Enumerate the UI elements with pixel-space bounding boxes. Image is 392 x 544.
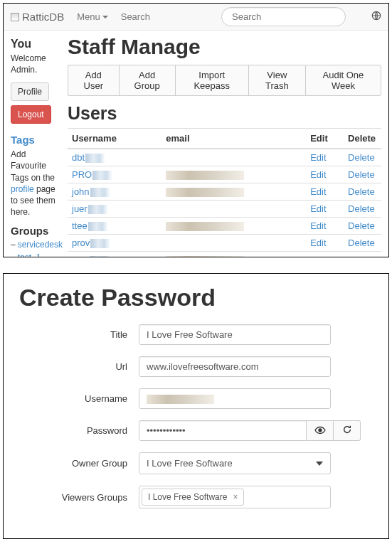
search-input[interactable] [221,7,346,26]
tags-text-a: Add Favourite Tags on the [11,149,55,182]
input-password[interactable] [139,420,307,441]
row-viewers-groups: Viewers Groups I Love Free Software × [19,486,373,508]
input-username[interactable] [139,388,331,409]
users-table: Username email Edit Delete dbtEditDelete… [68,128,381,257]
table-row: johnEditDelete [68,183,381,201]
delete-link[interactable]: Delete [348,238,375,248]
col-username: Username [68,129,161,149]
col-email: email [161,129,306,149]
table-row: provEditDelete [68,235,381,252]
tags-header: Tags [11,134,63,146]
user-link[interactable]: prov [72,238,110,248]
blurred-username [147,395,214,404]
edit-link[interactable]: Edit [310,186,326,197]
menu-dropdown[interactable]: Menu [77,11,108,22]
cell-email [161,166,306,183]
nav-search-label: Search [121,11,150,22]
row-username: Username [19,388,373,409]
globe-icon[interactable] [371,11,381,23]
row-password: Password [19,420,373,441]
viewers-groups-input[interactable]: I Love Free Software × [139,486,331,508]
label-owner-group: Owner Group [19,458,139,469]
label-password: Password [19,425,139,436]
action-view-trash[interactable]: View Trash [248,65,305,96]
edit-link[interactable]: Edit [310,255,326,257]
cell-email [161,235,306,252]
you-header: You [11,38,63,50]
delete-link[interactable]: Delete [348,169,375,180]
cell-email [161,149,306,166]
delete-link[interactable]: Delete [348,255,375,257]
edit-link[interactable]: Edit [310,220,326,231]
action-import-keepass[interactable]: Import Keepass [175,65,248,96]
label-url: Url [19,361,139,372]
user-link[interactable]: ttee [72,220,108,231]
user-link[interactable]: john [72,186,110,197]
label-title: Title [19,329,139,340]
action-add-group[interactable]: Add Group [119,65,175,96]
svg-point-1 [319,429,322,432]
brand-text: RatticDB [22,11,64,23]
viewers-group-chip: I Love Free Software × [142,489,244,506]
main: Staff Manage Add UserAdd GroupImport Kee… [68,31,388,257]
nav-search-wrap [221,7,346,26]
label-viewers-groups: Viewers Groups [19,492,139,503]
delete-link[interactable]: Delete [348,186,375,197]
user-link[interactable]: PRO [72,169,112,180]
delete-link[interactable]: Delete [348,152,375,163]
table-row: PROEditDelete [68,166,381,183]
user-link[interactable]: dbt [72,152,105,163]
row-url: Url [19,356,373,377]
page-title: Staff Manage [68,35,381,59]
user-link[interactable]: adm [72,255,110,257]
input-title[interactable] [139,324,331,345]
action-audit-one-week[interactable]: Audit One Week [305,65,381,96]
edit-link[interactable]: Edit [310,238,326,248]
cell-email [161,183,306,201]
row-title: Title [19,324,373,345]
caret-icon [102,16,108,18]
col-edit: Edit [306,129,344,149]
table-row: juerEditDelete [68,201,381,218]
dash: – [11,252,16,257]
remove-chip-icon[interactable]: × [233,492,238,502]
edit-link[interactable]: Edit [310,152,326,163]
profile-link[interactable]: profile [11,184,34,194]
staff-manage-panel: RatticDB Menu Search You Welcome Admin. … [3,3,389,257]
nav-search-link[interactable]: Search [121,11,150,22]
refresh-icon [342,425,352,437]
edit-link[interactable]: Edit [310,169,326,180]
menu-label: Menu [77,11,100,22]
action-add-user[interactable]: Add User [68,65,119,96]
label-username: Username [19,393,139,404]
delete-link[interactable]: Delete [348,203,375,214]
user-link[interactable]: juer [72,203,108,214]
group-item[interactable]: –test_1 [11,252,63,257]
chip-label: I Love Free Software [148,492,227,502]
owner-group-value: I Love Free Software [147,458,233,469]
brand[interactable]: RatticDB [11,11,64,23]
edit-link[interactable]: Edit [310,203,326,214]
eye-icon [314,425,326,437]
show-password-button[interactable] [307,420,334,441]
action-bar: Add UserAdd GroupImport KeepassView Tras… [68,65,381,96]
dropdown-owner-group[interactable]: I Love Free Software [139,452,331,474]
chevron-down-icon [316,462,323,466]
navbar: RatticDB Menu Search [4,4,388,31]
groups-header: Groups [11,225,63,237]
delete-link[interactable]: Delete [348,220,375,231]
create-password-title: Create Password [19,284,373,311]
group-item[interactable]: –servicedesk [11,240,63,250]
table-row: dbtEditDelete [68,149,381,166]
input-url[interactable] [139,356,331,377]
col-delete: Delete [344,129,381,149]
dash: – [11,240,16,250]
logout-button[interactable]: Logout [11,105,51,124]
table-row: admEditDelete [68,252,381,257]
sidebar: You Welcome Admin. Profile Logout Tags A… [4,31,68,257]
generate-password-button[interactable] [334,420,361,441]
cell-email [161,201,306,218]
cell-email [161,252,306,257]
profile-button[interactable]: Profile [11,82,49,101]
tags-text: Add Favourite Tags on the profile page t… [11,149,63,218]
